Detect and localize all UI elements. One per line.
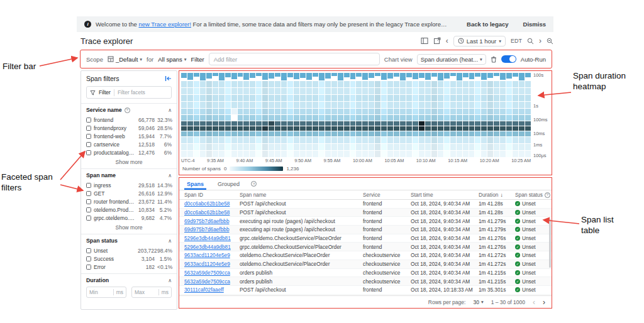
heatmap-cell[interactable] xyxy=(238,102,243,108)
heatmap-cell[interactable] xyxy=(413,73,418,80)
search-icon[interactable] xyxy=(527,38,534,45)
span-id-link[interactable]: d0cc6abc62b1be58 xyxy=(184,209,240,216)
span-id-link[interactable]: 5632a59de7509cca xyxy=(184,278,240,285)
heatmap-cell[interactable] xyxy=(438,126,443,131)
heatmap-cell[interactable] xyxy=(344,95,350,101)
heatmap-cell[interactable] xyxy=(356,131,362,136)
heatmap-cell[interactable] xyxy=(400,81,406,87)
heatmap-cell[interactable] xyxy=(419,126,425,131)
facet-item[interactable]: grpc.oteldemo.Produc...9,6824.7% xyxy=(86,214,172,222)
heatmap-cell[interactable] xyxy=(287,102,293,108)
heatmap-cell[interactable] xyxy=(194,115,199,121)
heatmap-cell[interactable] xyxy=(375,73,380,80)
facet-filter-input[interactable]: Filter Filter facets xyxy=(86,86,172,99)
heatmap-cell[interactable] xyxy=(457,126,462,131)
heatmap-cell[interactable] xyxy=(213,109,218,114)
heatmap-cell[interactable] xyxy=(269,102,274,108)
heatmap-cell[interactable] xyxy=(394,73,399,80)
heatmap-cell[interactable] xyxy=(494,102,499,108)
heatmap-cell[interactable] xyxy=(387,126,393,131)
heatmap-cell[interactable] xyxy=(457,144,462,150)
heatmap-cell[interactable] xyxy=(406,131,412,136)
heatmap-cell[interactable] xyxy=(281,109,287,114)
heatmap-cell[interactable] xyxy=(238,73,243,80)
heatmap-cell[interactable] xyxy=(300,109,306,114)
heatmap-cell[interactable] xyxy=(262,81,268,87)
heatmap-cell[interactable] xyxy=(500,151,506,157)
heatmap-cell[interactable] xyxy=(243,73,249,80)
col-span-id[interactable]: Span ID xyxy=(184,192,240,198)
heatmap-cell[interactable] xyxy=(519,109,525,114)
heatmap-cell[interactable] xyxy=(225,137,231,143)
heatmap-cell[interactable] xyxy=(262,102,268,108)
heatmap-cell[interactable] xyxy=(438,95,443,101)
heatmap-cell[interactable] xyxy=(250,131,255,136)
heatmap-cell[interactable] xyxy=(450,126,456,131)
trash-icon[interactable] xyxy=(491,56,497,63)
heatmap-cell[interactable] xyxy=(387,137,393,143)
heatmap-cell[interactable] xyxy=(344,121,350,126)
heatmap-cell[interactable] xyxy=(275,109,280,114)
heatmap-cell[interactable] xyxy=(369,137,374,143)
heatmap-cell[interactable] xyxy=(475,121,480,126)
heatmap-cell[interactable] xyxy=(300,144,306,150)
heatmap-cell[interactable] xyxy=(194,131,199,136)
heatmap-cell[interactable] xyxy=(231,144,237,150)
heatmap-cell[interactable] xyxy=(506,95,512,101)
heatmap-cell[interactable] xyxy=(481,151,487,157)
heatmap-cell[interactable] xyxy=(219,102,225,108)
heatmap-cell[interactable] xyxy=(375,88,380,94)
heatmap-cell[interactable] xyxy=(250,151,255,157)
heatmap-cell[interactable] xyxy=(394,151,399,157)
heatmap-cell[interactable] xyxy=(381,109,387,114)
facet-checkbox[interactable] xyxy=(86,134,91,139)
col-service[interactable]: Service xyxy=(363,192,411,198)
heatmap-cell[interactable] xyxy=(375,102,380,108)
heatmap-cell[interactable] xyxy=(450,95,456,101)
heatmap-cell[interactable] xyxy=(338,73,343,80)
heatmap-cell[interactable] xyxy=(457,151,462,157)
heatmap-cell[interactable] xyxy=(356,137,362,143)
heatmap-cell[interactable] xyxy=(256,109,262,114)
heatmap-cell[interactable] xyxy=(206,115,212,121)
heatmap-cell[interactable] xyxy=(444,151,450,157)
heatmap-cell[interactable] xyxy=(487,88,493,94)
heatmap-cell[interactable] xyxy=(200,126,206,131)
heatmap-cell[interactable] xyxy=(438,151,443,157)
heatmap-cell[interactable] xyxy=(275,137,280,143)
heatmap-cell[interactable] xyxy=(187,88,193,94)
heatmap-cell[interactable] xyxy=(325,121,331,126)
heatmap-cell[interactable] xyxy=(250,137,255,143)
heatmap-cell[interactable] xyxy=(300,102,306,108)
heatmap-cell[interactable] xyxy=(525,88,531,94)
heatmap-cell[interactable] xyxy=(256,131,262,136)
heatmap-cell[interactable] xyxy=(381,95,387,101)
heatmap-cell[interactable] xyxy=(269,95,274,101)
heatmap-cell[interactable] xyxy=(306,137,312,143)
facet-item[interactable]: cartservice12,5186% xyxy=(86,140,172,148)
heatmap-cell[interactable] xyxy=(362,151,368,157)
heatmap-cell[interactable] xyxy=(457,137,462,143)
heatmap-cell[interactable] xyxy=(281,121,287,126)
heatmap-cell[interactable] xyxy=(444,102,450,108)
heatmap-cell[interactable] xyxy=(187,95,193,101)
heatmap-cell[interactable] xyxy=(500,131,506,136)
heatmap-cell[interactable] xyxy=(387,88,393,94)
heatmap-cell[interactable] xyxy=(381,144,387,150)
heatmap-cell[interactable] xyxy=(294,151,299,157)
heatmap-cell[interactable] xyxy=(387,73,393,80)
heatmap-cell[interactable] xyxy=(481,115,487,121)
heatmap-cell[interactable] xyxy=(469,144,475,150)
heatmap-cell[interactable] xyxy=(387,109,393,114)
heatmap-cell[interactable] xyxy=(338,88,343,94)
heatmap-cell[interactable] xyxy=(406,88,412,94)
heatmap-cell[interactable] xyxy=(494,126,499,131)
heatmap-cell[interactable] xyxy=(300,126,306,131)
heatmap-cell[interactable] xyxy=(400,144,406,150)
heatmap-cell[interactable] xyxy=(362,115,368,121)
heatmap-cell[interactable] xyxy=(356,144,362,150)
heatmap-cell[interactable] xyxy=(419,109,425,114)
heatmap-cell[interactable] xyxy=(369,126,374,131)
heatmap-cell[interactable] xyxy=(487,73,493,80)
heatmap-cell[interactable] xyxy=(187,144,193,150)
